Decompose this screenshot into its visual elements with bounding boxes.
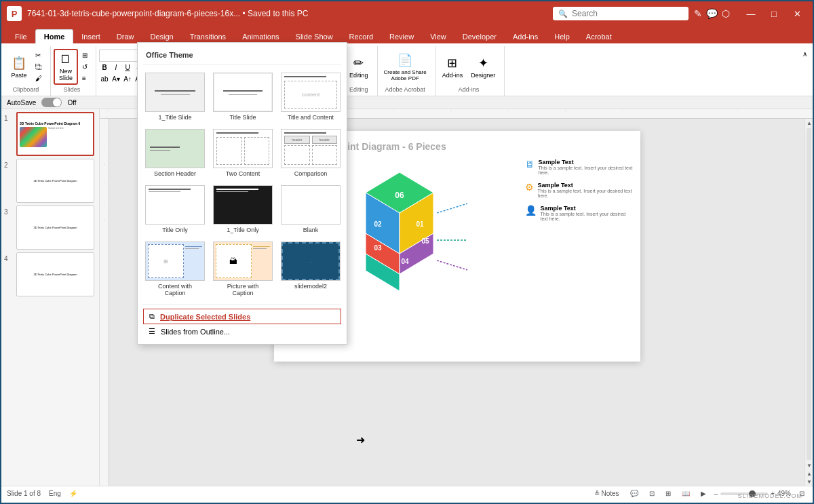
layout-section-header[interactable]: Section Header [143,127,207,179]
copy-button[interactable]: ⿻ [33,62,45,72]
autosave-toggle[interactable] [41,98,62,107]
layout-title-only[interactable]: Title Only [143,183,207,235]
layout-label-content-cap: Content with Caption [158,283,192,296]
adobe-items: 📄 Create and Share Adobe PDF [381,47,430,86]
addins-icon: ⊞ [447,56,457,71]
slide-thumbnail-3[interactable]: 3 3D Tetris Cube PowerPoint Diagram [4,206,96,250]
underline-button[interactable]: U [122,62,133,73]
designer-button[interactable]: ✦ Designer [467,54,499,81]
layout-picture-caption[interactable]: 🏔 Picture with Caption [211,239,275,298]
tab-developer[interactable]: Developer [454,30,505,43]
format-painter-button[interactable]: 🖌 [33,73,45,83]
collapse-ribbon-button[interactable]: ∧ [800,49,810,59]
tab-acrobat[interactable]: Acrobat [578,30,620,43]
layout-1-title-only[interactable]: 1_Title Only [211,183,275,235]
slide-thumbnail-1[interactable]: 1 3D Tetris Cube PowerPoint Diagram 6 Sa… [4,112,96,156]
slide-num-2: 2 [4,159,14,169]
layout-two-content[interactable]: Two Content [211,127,275,179]
cut-button[interactable]: ✂ [33,50,45,60]
new-slide-label: New Slide [59,68,73,81]
search-input[interactable] [572,9,674,18]
tab-transitions[interactable]: Transitions [182,30,234,43]
slides-from-outline-action[interactable]: ☰ Slides from Outline... [143,324,341,338]
italic-button[interactable]: I [111,62,121,73]
create-share-label: Create and Share Adobe PDF [384,69,427,81]
autosave-bar: AutoSave Off [1,96,813,109]
scroll-up-button[interactable]: ▲ [805,119,813,127]
layout-thumb-section [145,129,205,168]
new-slide-button[interactable]: 🗌 New Slide [54,49,78,85]
layout-button[interactable]: ⊞ [79,50,90,60]
minimize-button[interactable]: — [741,6,761,21]
paste-button[interactable]: 📋 Paste [7,54,31,81]
tab-slideshow[interactable]: Slide Show [288,30,341,43]
scroll-down-small[interactable]: ▼ [805,478,813,486]
svg-text:03: 03 [374,244,382,252]
editing-button[interactable]: ✏ Editing [346,54,372,81]
reset-button[interactable]: ↺ [79,62,90,72]
create-share-button[interactable]: 📄 Create and Share Adobe PDF [381,51,430,83]
scroll-up-small[interactable]: ▲ [805,469,813,478]
layout-thumb-model2: ... [281,241,341,281]
layout-title-slide[interactable]: Title Slide [211,71,275,123]
layout-blank[interactable]: Blank [279,183,343,235]
layout-content-caption[interactable]: ⊞ Content with Caption [143,239,207,298]
scroll-track[interactable] [807,128,811,460]
reading-view-button[interactable]: 📖 [679,488,693,499]
zoom-out-button[interactable]: – [714,490,718,497]
highlight-button[interactable]: ab [99,74,110,85]
tab-draw[interactable]: Draw [109,30,142,43]
comments-view-button[interactable]: 💬 [627,488,641,499]
layout-comparison[interactable]: header header Comparison [279,127,343,179]
text-color-btn[interactable]: A▾ [111,74,121,85]
slide-thumbnail-4[interactable]: 4 3D Tetris Cube PowerPoint Diagram [4,252,96,296]
close-button[interactable]: ✕ [787,6,807,21]
duplicate-slides-action[interactable]: ⧉ Duplicate Selected Slides [143,309,341,324]
slide-sorter-button[interactable]: ⊞ [663,488,674,499]
tab-review[interactable]: Review [381,30,422,43]
sample-block-3: 👤 Sample Text This is a sample text. Ins… [525,205,634,221]
tab-view[interactable]: View [422,30,454,43]
tab-file[interactable]: File [7,30,35,43]
addins-button[interactable]: ⊞ Add-ins [439,54,467,81]
slideshow-button[interactable]: ▶ [698,488,709,499]
settings-icon[interactable]: ✎ [694,8,702,19]
scroll-down-button[interactable]: ▼ [805,461,813,469]
vertical-scrollbar[interactable]: ▲ ▼ ▲ ▼ [805,119,813,486]
tab-design[interactable]: Design [142,30,181,43]
monitor-icon: 🖥 [525,159,535,170]
tab-insert[interactable]: Insert [73,30,109,43]
designer-label: Designer [471,72,495,79]
tab-home[interactable]: Home [35,29,74,43]
slide-thumbnail-2[interactable]: 2 3D Tetris Cube PowerPoint Diagram [4,159,96,203]
notes-button[interactable]: ≜ Notes [592,488,622,499]
sample-block-1: 🖥 Sample Text This is a sample text. Ins… [525,159,634,175]
new-slide-dropdown: Office Theme 1_Title Slide [137,42,347,345]
normal-view-button[interactable]: ⊡ [646,488,657,499]
tab-animations[interactable]: Animations [234,30,287,43]
bold-button[interactable]: B [99,62,110,73]
tab-help[interactable]: Help [546,30,578,43]
search-bar[interactable]: 🔍 [553,7,689,20]
layout-thumb-two [213,129,273,168]
clipboard-label: Clipboard [7,86,45,94]
share-icon[interactable]: ⬡ [722,8,730,19]
layout-label-blank: Blank [303,227,319,233]
duplicate-icon: ⧉ [149,312,155,321]
slides-label: Slides [54,86,90,94]
layout-slidemodel2[interactable]: ... slidemodel2 [279,239,343,298]
layout-1-title-slide[interactable]: 1_Title Slide [143,71,207,123]
layout-title-content[interactable]: content Title and Content [279,71,343,123]
ribbon-bar: 📋 Paste ✂ ⿻ 🖌 Clipboard 🗌 New Slide ⊞ [1,43,813,96]
section-button[interactable]: ≡ [79,73,90,83]
comment-icon[interactable]: 💬 [706,8,718,19]
addins-group: ⊞ Add-ins ✦ Designer Add-ins [436,46,505,96]
user-icon: 👤 [525,205,537,216]
fontsize-inc[interactable]: A↑ [122,74,133,85]
dropdown-header: Office Theme [143,48,341,65]
maximize-button[interactable]: □ [764,6,784,21]
layout-label-two: Two Content [226,170,260,177]
tab-addins[interactable]: Add-ins [505,30,546,43]
layout-grid: 1_Title Slide Title Slide [143,71,341,298]
tab-record[interactable]: Record [341,30,381,43]
